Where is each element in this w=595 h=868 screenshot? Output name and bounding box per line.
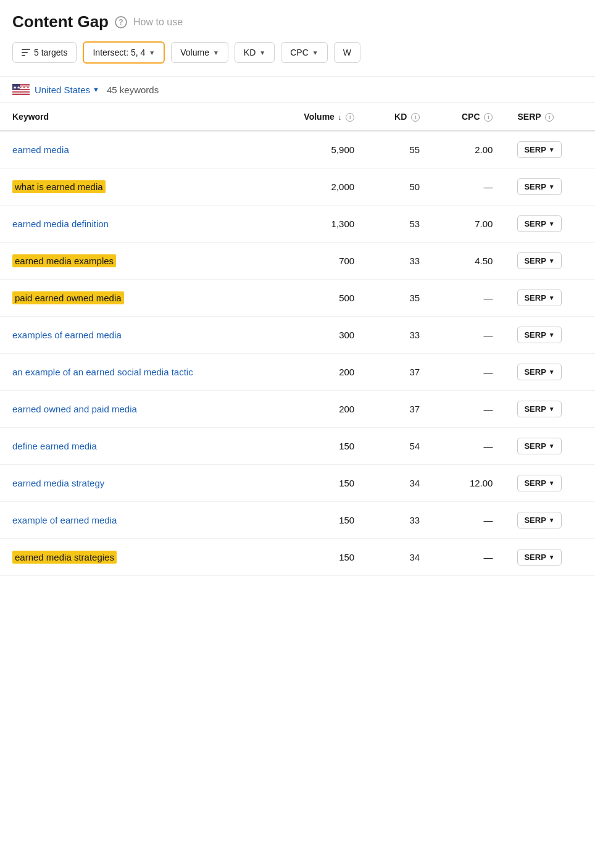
keyword-link[interactable]: examples of earned media: [12, 330, 122, 340]
keyword-highlight[interactable]: earned media strategies: [12, 551, 117, 564]
kd-cell: 54: [367, 428, 432, 465]
keyword-highlight[interactable]: what is earned media: [12, 180, 106, 193]
how-to-use-link[interactable]: How to use: [133, 17, 183, 28]
cpc-button[interactable]: CPC ▼: [281, 42, 327, 63]
serp-cell: SERP ▼: [505, 280, 595, 317]
kd-cell: 37: [367, 391, 432, 428]
volume-cell: 1,300: [268, 206, 367, 243]
serp-cell: SERP ▼: [505, 502, 595, 539]
col-volume[interactable]: Volume ↓ i: [268, 103, 367, 131]
table-row: earned media strategies15034—SERP ▼: [0, 539, 595, 576]
table-header-row: Keyword Volume ↓ i KD i CPC i: [0, 103, 595, 131]
country-selector[interactable]: United States ▼: [35, 85, 99, 95]
cpc-cell: —: [432, 169, 505, 206]
cpc-cell: —: [432, 502, 505, 539]
kd-button[interactable]: KD ▼: [235, 42, 275, 63]
keyword-highlight[interactable]: paid earned owned media: [12, 291, 124, 304]
header: Content Gap ? How to use: [0, 12, 595, 41]
volume-chevron-icon: ▼: [213, 49, 219, 56]
serp-chevron-icon: ▼: [549, 257, 555, 264]
keyword-link[interactable]: earned media strategy: [12, 478, 104, 488]
intersect-button[interactable]: Intersect: 5, 4 ▼: [83, 41, 165, 64]
table-row: earned media examples700334.50SERP ▼: [0, 243, 595, 280]
serp-chevron-icon: ▼: [549, 146, 555, 153]
table-row: paid earned owned media50035—SERP ▼: [0, 280, 595, 317]
volume-cell: 700: [268, 243, 367, 280]
volume-cell: 150: [268, 502, 367, 539]
kd-cell: 34: [367, 465, 432, 502]
country-name-label: United States: [35, 85, 90, 95]
serp-cell: SERP ▼: [505, 428, 595, 465]
serp-chevron-icon: ▼: [549, 554, 555, 561]
serp-btn-label: SERP: [524, 478, 546, 488]
toolbar: 5 targets Intersect: 5, 4 ▼ Volume ▼ KD …: [0, 41, 595, 76]
kd-cell: 55: [367, 131, 432, 169]
serp-btn-label: SERP: [524, 553, 546, 562]
keywords-count: 45 keywords: [107, 85, 159, 95]
kd-cell: 34: [367, 539, 432, 576]
keyword-link[interactable]: earned media definition: [12, 219, 109, 229]
keyword-link[interactable]: example of earned media: [12, 515, 117, 525]
serp-info-icon: i: [545, 113, 554, 122]
targets-button[interactable]: 5 targets: [12, 42, 77, 63]
keyword-cell: define earned media: [0, 428, 268, 465]
serp-btn-label: SERP: [524, 219, 546, 228]
serp-cell: SERP ▼: [505, 317, 595, 354]
w-button[interactable]: W: [334, 42, 360, 63]
svg-rect-7: [12, 90, 30, 91]
table-row: earned owned and paid media20037—SERP ▼: [0, 391, 595, 428]
cpc-cell: 2.00: [432, 131, 505, 169]
keyword-link[interactable]: define earned media: [12, 441, 97, 451]
serp-cell: SERP ▼: [505, 243, 595, 280]
page-container: Content Gap ? How to use 5 targets Inter…: [0, 0, 595, 601]
targets-label: 5 targets: [34, 48, 67, 57]
kd-chevron-icon: ▼: [259, 49, 265, 56]
serp-btn-label: SERP: [524, 441, 546, 451]
serp-btn-label: SERP: [524, 182, 546, 191]
serp-button[interactable]: SERP ▼: [517, 327, 561, 343]
serp-button[interactable]: SERP ▼: [517, 290, 561, 306]
cpc-cell: —: [432, 391, 505, 428]
volume-cell: 150: [268, 428, 367, 465]
sort-icon: ↓: [338, 114, 342, 121]
serp-button[interactable]: SERP ▼: [517, 549, 561, 565]
svg-rect-9: [12, 91, 30, 92]
keyword-cell: earned media examples: [0, 243, 268, 280]
volume-button[interactable]: Volume ▼: [171, 42, 228, 63]
keyword-link[interactable]: earned media: [12, 144, 69, 155]
serp-button[interactable]: SERP ▼: [517, 252, 561, 269]
serp-button[interactable]: SERP ▼: [517, 438, 561, 454]
kd-label: KD: [244, 48, 256, 57]
serp-button[interactable]: SERP ▼: [517, 401, 561, 417]
svg-rect-10: [12, 93, 30, 93]
serp-button[interactable]: SERP ▼: [517, 141, 561, 158]
cpc-cell: —: [432, 317, 505, 354]
svg-rect-8: [12, 91, 30, 91]
us-flag-icon: ★★★★★★: [12, 84, 30, 95]
serp-button[interactable]: SERP ▼: [517, 512, 561, 528]
kd-cell: 35: [367, 280, 432, 317]
volume-cell: 500: [268, 280, 367, 317]
serp-button[interactable]: SERP ▼: [517, 364, 561, 380]
kd-info-icon: i: [411, 113, 420, 122]
volume-cell: 150: [268, 539, 367, 576]
cpc-info-icon: i: [484, 113, 493, 122]
keyword-highlight[interactable]: earned media examples: [12, 254, 116, 267]
serp-cell: SERP ▼: [505, 206, 595, 243]
cpc-cell: 12.00: [432, 465, 505, 502]
serp-chevron-icon: ▼: [549, 443, 555, 449]
keyword-link[interactable]: an example of an earned social media tac…: [12, 367, 193, 377]
serp-button[interactable]: SERP ▼: [517, 475, 561, 491]
cpc-cell: —: [432, 354, 505, 391]
help-icon[interactable]: ?: [115, 16, 127, 28]
keyword-cell: paid earned owned media: [0, 280, 268, 317]
serp-cell: SERP ▼: [505, 465, 595, 502]
col-serp: SERP i: [505, 103, 595, 131]
serp-button[interactable]: SERP ▼: [517, 215, 561, 232]
country-chevron-icon: ▼: [93, 86, 99, 93]
keyword-cell: what is earned media: [0, 169, 268, 206]
kd-cell: 33: [367, 243, 432, 280]
serp-btn-label: SERP: [524, 256, 546, 265]
serp-button[interactable]: SERP ▼: [517, 178, 561, 195]
keyword-link[interactable]: earned owned and paid media: [12, 404, 137, 414]
